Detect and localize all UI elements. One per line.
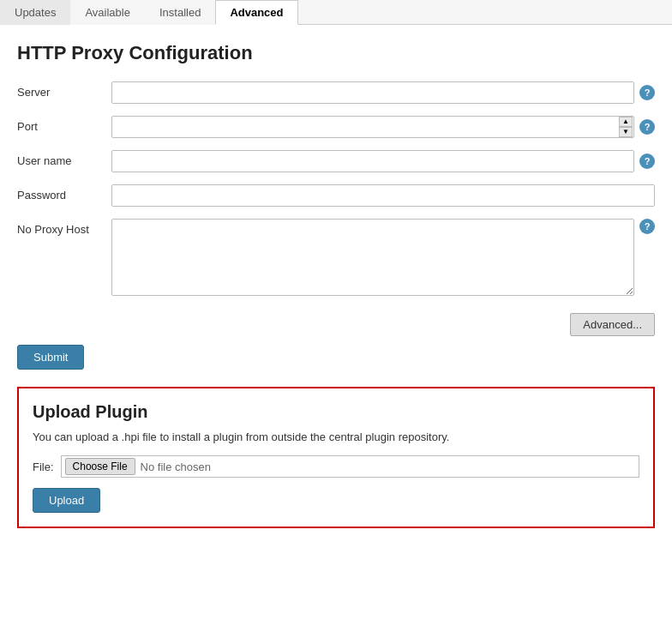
server-label: Server <box>17 81 111 99</box>
submit-row: Submit <box>17 345 655 370</box>
proxy-form: Server ? Port ▲ ▼ ? User nam <box>17 81 655 296</box>
port-up-button[interactable]: ▲ <box>619 117 633 127</box>
file-input-wrapper: Choose File No file chosen <box>61 455 639 478</box>
password-label: Password <box>17 184 111 202</box>
noproxy-help-icon[interactable]: ? <box>639 219 655 234</box>
username-label: User name <box>17 150 111 167</box>
advanced-button[interactable]: Advanced... <box>570 313 655 336</box>
tab-installed[interactable]: Installed <box>145 0 215 25</box>
server-row: Server ? <box>17 81 655 104</box>
choose-file-button[interactable]: Choose File <box>65 458 135 475</box>
port-input[interactable] <box>111 116 634 138</box>
password-input[interactable] <box>111 184 655 207</box>
upload-button[interactable]: Upload <box>33 488 100 513</box>
advanced-button-row: Advanced... <box>17 313 655 336</box>
noproxy-textarea[interactable] <box>111 219 634 296</box>
file-row: File: Choose File No file chosen <box>33 455 639 478</box>
username-input[interactable] <box>111 150 634 172</box>
password-field <box>111 184 655 207</box>
username-field: ? <box>111 150 655 172</box>
port-down-button[interactable]: ▼ <box>619 127 633 137</box>
username-help-icon[interactable]: ? <box>639 153 655 169</box>
noproxy-field: ? <box>111 219 655 296</box>
file-status-text: No file chosen <box>141 460 211 473</box>
submit-button[interactable]: Submit <box>17 345 84 370</box>
tab-available[interactable]: Available <box>70 0 145 25</box>
port-spinner-wrapper: ▲ ▼ <box>111 116 634 138</box>
tabs-container: Updates Available Installed Advanced <box>0 0 672 25</box>
main-content: HTTP Proxy Configuration Server ? Port ▲… <box>0 25 672 545</box>
server-field: ? <box>111 81 655 104</box>
port-label: Port <box>17 116 111 133</box>
noproxy-label: No Proxy Host <box>17 219 111 236</box>
tab-advanced[interactable]: Advanced <box>215 0 297 25</box>
upload-description: You can upload a .hpi file to install a … <box>33 430 639 443</box>
noproxy-row: No Proxy Host ? <box>17 219 655 296</box>
file-label: File: <box>33 460 54 473</box>
tab-updates[interactable]: Updates <box>0 0 70 25</box>
port-field: ▲ ▼ ? <box>111 116 655 138</box>
server-help-icon[interactable]: ? <box>639 85 655 100</box>
upload-section-title: Upload Plugin <box>33 402 639 422</box>
username-row: User name ? <box>17 150 655 172</box>
page-title: HTTP Proxy Configuration <box>17 42 655 64</box>
port-help-icon[interactable]: ? <box>639 119 655 135</box>
port-spinners: ▲ ▼ <box>619 117 633 137</box>
server-input[interactable] <box>111 81 634 104</box>
port-row: Port ▲ ▼ ? <box>17 116 655 138</box>
upload-plugin-section: Upload Plugin You can upload a .hpi file… <box>17 387 655 528</box>
password-row: Password <box>17 184 655 207</box>
